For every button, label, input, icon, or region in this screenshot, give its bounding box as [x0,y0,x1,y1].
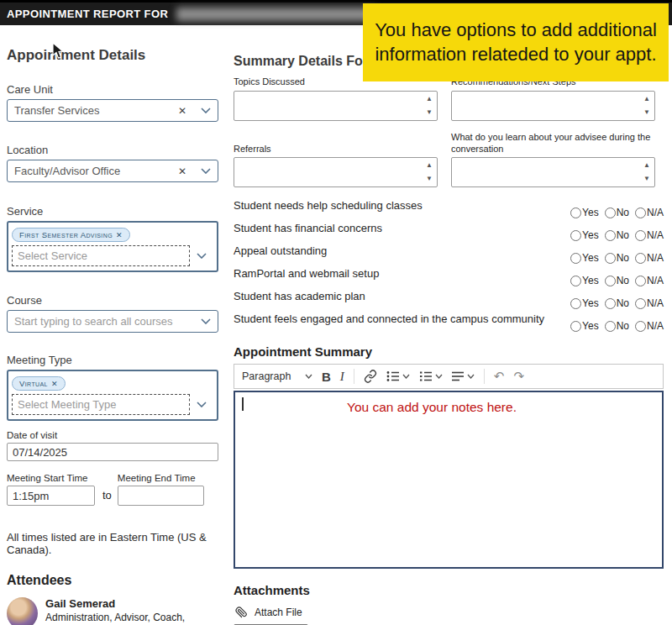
question-row: Student feels engaged and connected in t… [234,312,664,332]
radio-na[interactable]: N/A [635,297,664,309]
recommendations-spinner-down-icon[interactable]: ▼ [643,109,650,116]
meeting-end-time-input[interactable] [118,486,204,506]
attach-file-control[interactable]: Attach File [234,607,664,618]
meeting-type-chip-remove-icon[interactable]: ✕ [51,380,58,388]
appointment-details-panel: Appointment Details Care Unit Transfer S… [7,25,218,625]
attendees-heading: Attendees [7,573,218,588]
care-unit-clear-icon[interactable]: ✕ [171,105,194,117]
referrals-spinner-up-icon[interactable]: ▲ [426,162,433,169]
referrals-label: Referrals [234,144,438,155]
chevron-down-icon [402,374,410,379]
editor-annotation-note: You can add your notes here. [235,400,628,415]
location-value: Faculty/Advisor Office [8,165,171,177]
meeting-type-chip[interactable]: Virtual ✕ [12,376,66,391]
location-clear-icon[interactable]: ✕ [171,165,194,177]
numbered-list-icon [419,370,433,382]
question-radio-group: Yes No N/A [570,320,664,332]
appointment-summary-editor[interactable]: You can add your notes here. [234,391,664,569]
radio-no[interactable]: No [605,275,629,286]
service-multiselect[interactable]: First Semester Advising ✕ Select Service [7,221,218,272]
question-label: RamPortal and webmail setup [234,267,386,280]
question-row: Student needs help scheduling classes Ye… [234,199,664,218]
radio-no[interactable]: No [605,252,629,264]
meeting-start-time-label: Meeting Start Time [7,473,95,483]
referrals-spinner-down-icon[interactable]: ▼ [426,176,433,182]
chevron-down-icon [435,374,443,379]
recommendations-spinner-up-icon[interactable]: ▲ [643,96,650,102]
question-radio-group: Yes No N/A [570,229,664,241]
bold-button[interactable]: B [322,370,331,384]
radio-yes[interactable]: Yes [570,252,599,264]
meeting-type-label: Meeting Type [7,354,218,366]
redo-button[interactable]: ↷ [513,369,524,384]
meeting-type-multiselect[interactable]: Virtual ✕ Select Meeting Type [7,370,218,421]
course-chevron-down-icon[interactable] [194,318,218,324]
date-of-visit-input[interactable] [7,443,218,461]
question-label: Student has academic plan [234,290,372,302]
page-title: APPOINTMENT REPORT FOR [7,8,168,20]
bullet-list-icon [386,370,400,382]
radio-na[interactable]: N/A [635,320,664,332]
service-chevron-down-icon[interactable] [190,253,213,259]
question-label: Student has financial concerns [234,222,389,234]
service-chip[interactable]: First Semester Advising ✕ [12,228,130,242]
advisee-learn-spinner-up-icon[interactable]: ▲ [643,162,650,169]
link-icon [364,370,377,383]
topics-spinner-down-icon[interactable]: ▼ [426,109,433,116]
question-label: Student needs help scheduling classes [234,199,429,212]
summary-details-heading: Summary Details For [234,54,368,69]
topics-spinner-up-icon[interactable]: ▲ [426,96,433,102]
care-unit-value: Transfer Services [8,104,171,117]
attach-file-label: Attach File [255,607,302,618]
to-label: to [102,489,112,502]
timezone-note: All times listed are in Eastern Time (US… [7,531,218,556]
italic-button[interactable]: I [340,370,344,384]
radio-no[interactable]: No [605,297,629,309]
summary-details-panel: Summary Details For Topics Discussed ▲ ▼… [234,25,664,625]
chevron-down-icon [467,374,475,379]
radio-yes[interactable]: Yes [570,229,599,241]
meeting-type-placeholder-area[interactable]: Select Meeting Type [12,394,190,415]
radio-na[interactable]: N/A [635,207,664,218]
radio-no[interactable]: No [605,207,629,218]
course-select[interactable]: Start typing to search all courses [7,310,218,333]
link-button[interactable] [364,370,377,383]
alignment-button[interactable] [452,371,475,381]
care-unit-select[interactable]: Transfer Services ✕ [7,99,218,122]
location-chevron-down-icon[interactable] [194,168,218,174]
numbered-list-button[interactable] [419,370,443,382]
radio-yes[interactable]: Yes [570,320,599,332]
topics-discussed-input[interactable]: ▲ ▼ [234,91,438,121]
appointment-report-page: APPOINTMENT REPORT FOR You have options … [0,0,672,625]
course-placeholder: Start typing to search all courses [8,315,194,328]
care-unit-chevron-down-icon[interactable] [194,108,218,113]
radio-na[interactable]: N/A [635,229,664,241]
attendee-row: Gail Semerad Administration, Advisor, Co… [7,597,218,625]
radio-no[interactable]: No [605,320,629,332]
question-radio-group: Yes No N/A [570,275,664,286]
meeting-type-chevron-down-icon[interactable] [190,402,213,407]
bullet-list-button[interactable] [386,370,410,382]
radio-yes[interactable]: Yes [570,275,599,286]
service-chip-remove-icon[interactable]: ✕ [116,231,123,239]
radio-na[interactable]: N/A [635,275,664,286]
undo-button[interactable]: ↶ [494,369,505,384]
question-radio-group: Yes No N/A [570,252,664,264]
radio-na[interactable]: N/A [635,252,664,264]
radio-yes[interactable]: Yes [570,297,599,309]
advisee-learn-spinner-down-icon[interactable]: ▼ [643,176,650,182]
paragraph-style-dropdown[interactable]: Paragraph [242,370,312,382]
care-unit-label: Care Unit [7,83,218,96]
radio-no[interactable]: No [605,229,629,241]
question-row: Appeal outstanding Yes No N/A [234,244,664,264]
referrals-input[interactable]: ▲ ▼ [234,157,438,187]
advisee-learn-input[interactable]: ▲ ▼ [451,157,655,187]
radio-yes[interactable]: Yes [570,207,599,218]
location-select[interactable]: Faculty/Advisor Office ✕ [7,160,218,182]
advisee-learn-label: What do you learn about your advisee dur… [451,132,655,155]
meeting-start-time-input[interactable] [7,486,95,506]
service-placeholder-area[interactable]: Select Service [12,245,190,266]
recommendations-input[interactable]: ▲ ▼ [451,91,655,121]
chevron-down-icon [305,374,312,379]
meeting-type-placeholder: Select Meeting Type [18,398,117,411]
